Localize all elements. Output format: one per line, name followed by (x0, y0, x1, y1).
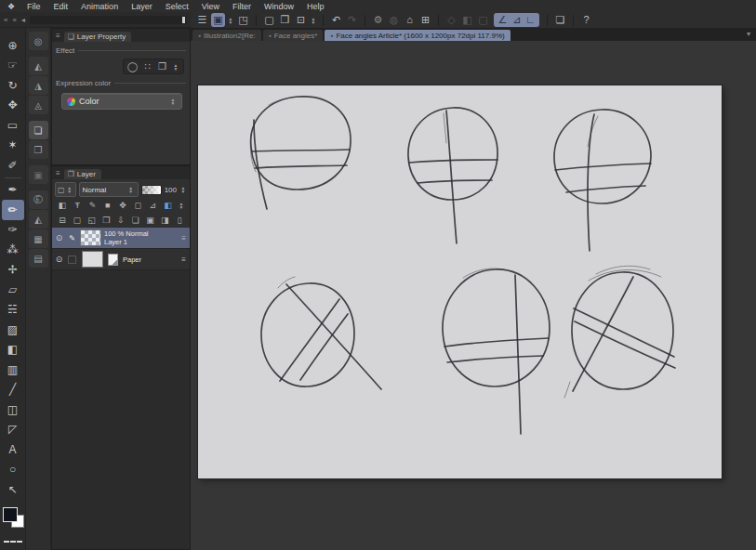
layer-panel-tab[interactable]: ❐ Layer (64, 169, 101, 179)
opacity-slider[interactable] (141, 185, 162, 195)
eyedropper-tool[interactable]: ✐ (2, 155, 24, 176)
move-layer-tool[interactable]: ✥ (2, 96, 24, 116)
pencil-tool[interactable]: ✏ (2, 200, 24, 220)
collapse-dock2-icon[interactable]: « (12, 16, 16, 24)
expression-color-dropdown[interactable]: Color ▴▾ (61, 93, 182, 110)
layer-reflect-effect-icon[interactable]: ❐ (157, 61, 167, 72)
hand-tool[interactable]: ☞ (2, 56, 24, 76)
redo-icon[interactable]: ↷ (345, 13, 359, 27)
effect-stepper[interactable]: ▴▾ (172, 63, 179, 71)
main-menu-icon[interactable]: ☰ (195, 13, 209, 27)
combine-to-lower-icon[interactable]: ⊟ (57, 215, 68, 226)
crop-canvas-icon[interactable]: ⊞ (418, 13, 432, 27)
layer-property-tab[interactable]: ❏ Layer Property (64, 32, 132, 42)
blend-tool[interactable]: ☵ (2, 300, 24, 321)
transparent-color-chip[interactable] (4, 541, 22, 543)
layer-visibility-icon[interactable]: ⊙ (54, 233, 64, 242)
clip-to-layer-below-icon[interactable]: ◧ (57, 200, 68, 211)
new-file-icon[interactable]: ▢ (262, 13, 276, 27)
eraser-tool[interactable]: ▱ (2, 280, 24, 300)
selection-tool[interactable]: ▭ (2, 115, 24, 136)
material-extra-palette-icon[interactable]: ◭ (29, 210, 48, 229)
paint-mode-icon[interactable]: ⌂ (403, 13, 417, 27)
new-raster-layer-icon[interactable]: ▢ (72, 215, 83, 226)
expression-color-stepper[interactable]: ▴▾ (169, 98, 177, 105)
panel-menu-icon[interactable]: ≡ (56, 169, 60, 177)
menu-view[interactable]: View (195, 2, 226, 11)
fill-tool[interactable]: ◧ (2, 340, 24, 360)
blend-mode-stepper[interactable]: ▴▾ (127, 186, 135, 193)
foreground-color-swatch[interactable] (3, 507, 18, 522)
undo-icon[interactable]: ↶ (329, 13, 343, 27)
tablet-mode-icon[interactable]: ▣ (211, 13, 225, 27)
snap-to-special-ruler-icon[interactable]: ⊿ (510, 13, 524, 27)
menu-select[interactable]: Select (159, 2, 195, 11)
blend-mode-select[interactable]: Normal ▴▾ (79, 182, 139, 197)
menu-window[interactable]: Window (258, 2, 300, 11)
tab-face-angles-article[interactable]: ● Face angles Article* (1600 x 1200px 72… (325, 30, 510, 41)
editing-layer-checkbox[interactable] (68, 255, 76, 264)
zoom-tool[interactable]: ⊕ (2, 35, 24, 56)
layer-row-layer1[interactable]: ⊙ ✎ 100 % Normal Layer 1 ≡ (52, 228, 190, 249)
canvas-paper[interactable] (198, 85, 722, 478)
settings-icon[interactable]: ⚙ (371, 13, 385, 27)
border-effect-icon[interactable]: ◯ (127, 61, 138, 72)
tablet-mode-stepper[interactable]: ▴▾ (227, 17, 234, 24)
layer-property-palette-icon[interactable]: ❏ (29, 121, 48, 139)
grid-a-palette-icon[interactable]: ▦ (29, 229, 48, 248)
navigator-palette-icon[interactable]: ◎ (29, 32, 48, 50)
liquify-tool[interactable]: ▨ (2, 320, 24, 340)
decoration-tool[interactable]: ✢ (2, 260, 24, 281)
scroll-thumb[interactable] (182, 17, 185, 23)
tab-illustration2[interactable]: ● Illustration2[Re: (192, 30, 261, 41)
operation-tool[interactable]: ↻ (2, 75, 24, 96)
snap-to-grid-icon[interactable]: ∟ (524, 13, 537, 27)
layer-palette-icon[interactable]: ❐ (29, 140, 48, 159)
menu-help[interactable]: Help (300, 2, 331, 11)
grid-b-palette-icon[interactable]: ▤ (29, 249, 48, 268)
text-tool[interactable]: A (2, 439, 24, 460)
menu-layer[interactable]: Layer (125, 2, 159, 11)
save-file-icon[interactable]: ⊡ (294, 13, 308, 27)
new-layer-folder-icon[interactable]: ❒ (100, 215, 112, 226)
material-mono-palette-icon[interactable]: ◬ (29, 96, 48, 114)
opacity-stepper[interactable]: ▴▾ (179, 186, 187, 193)
layer-color-icon[interactable]: ◧ (163, 200, 174, 211)
brush-tool[interactable]: ✑ (2, 220, 24, 241)
merge-layers-icon[interactable]: ❏ (130, 215, 141, 226)
snap-to-ruler-icon[interactable]: ∠ (496, 13, 510, 27)
help-icon[interactable]: ? (579, 13, 593, 27)
save-stepper[interactable]: ▴▾ (310, 17, 317, 24)
lock-layer-icon[interactable]: ■ (102, 200, 113, 211)
back-icon[interactable]: ◂ (21, 16, 25, 24)
palette-color-stepper[interactable]: ▴▾ (66, 186, 73, 193)
panel-menu-icon[interactable]: ≡ (56, 32, 60, 40)
layer-row-paper[interactable]: ⊙ Paper ≡ (52, 249, 190, 270)
lock-transparent-pixels-icon[interactable]: ✥ (117, 200, 128, 211)
pen-tool[interactable]: ✒ (2, 180, 24, 201)
collapse-dock-icon[interactable]: « (4, 16, 7, 24)
menu-filter[interactable]: Filter (226, 2, 258, 11)
new-vector-layer-icon[interactable]: ◱ (86, 215, 98, 226)
csp-home-icon[interactable]: ◳ (236, 13, 250, 27)
frame-border-tool[interactable]: ◫ (2, 399, 24, 420)
layer-visibility-icon[interactable]: ⊙ (54, 255, 64, 264)
layer-thumbnail[interactable] (80, 229, 101, 246)
layer-row-menu-icon[interactable]: ≡ (181, 234, 186, 242)
balloon-tool[interactable]: ○ (2, 460, 24, 480)
draft-layer-icon[interactable]: ✎ (87, 200, 99, 211)
material-color-palette-icon[interactable]: ◮ (29, 76, 48, 95)
tone-effect-icon[interactable]: ∷ (142, 61, 153, 72)
object-tool[interactable]: ↖ (2, 479, 24, 500)
reference-layer-icon[interactable]: Ŧ (72, 200, 83, 211)
delete-layer-icon[interactable]: ▯ (174, 215, 185, 226)
correct-line-tool[interactable]: ◸ (2, 420, 24, 440)
auto-action-palette-icon[interactable]: Ⓔ (29, 190, 48, 209)
gradient-tool[interactable]: ▥ (2, 360, 24, 380)
menu-edit[interactable]: Edit (47, 2, 75, 11)
quick-access-palette-icon[interactable]: ◭ (29, 57, 48, 75)
tab-face-angles[interactable]: ● Face angles* (263, 30, 324, 41)
layer-row-menu-icon[interactable]: ≡ (181, 255, 186, 264)
timeline-palette-icon[interactable]: ▣ (29, 165, 48, 184)
palette-layout-icon[interactable]: ❏ (553, 13, 567, 27)
